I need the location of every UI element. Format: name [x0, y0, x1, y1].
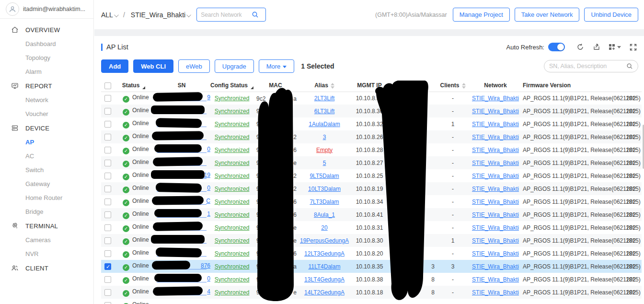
sn-link[interactable]: 0	[155, 184, 208, 192]
alias-link[interactable]: 20	[321, 224, 327, 231]
config-status-link[interactable]: Synchronized	[215, 186, 250, 192]
alias-link[interactable]: 9LT5Dalam	[310, 173, 339, 179]
sort-icon[interactable]	[462, 83, 466, 89]
sn-link[interactable]: 9	[155, 94, 208, 101]
row-checkbox[interactable]	[104, 95, 111, 102]
sidebar-item-alarm[interactable]: Alarm	[0, 65, 93, 79]
sidebar-section-device[interactable]: DEVICE	[0, 121, 93, 135]
table-row[interactable]: ✓Online 19 Synchronized 92 9LT5Dalam 10.…	[101, 169, 642, 182]
filter-icon[interactable]	[142, 86, 145, 89]
alias-link[interactable]: Empty	[316, 147, 333, 153]
auto-refresh-toggle[interactable]	[548, 43, 565, 51]
config-status-link[interactable]: Synchronized	[215, 134, 250, 140]
network-link[interactable]: STIE_Wira_Bhakti	[472, 160, 519, 166]
network-link[interactable]: STIE_Wira_Bhakti	[472, 147, 519, 153]
web-cli-button[interactable]: Web CLI	[133, 59, 173, 73]
network-search-input[interactable]	[201, 12, 249, 18]
sn-link[interactable]: 19	[155, 171, 208, 179]
manage-project-button[interactable]: Manage Project	[453, 8, 510, 22]
sidebar-item-gateway[interactable]: Gateway	[0, 177, 93, 191]
network-link[interactable]: STIE_Wira_Bhakti	[472, 237, 519, 244]
network-link[interactable]: STIE_Wira_Bhakti	[472, 211, 519, 218]
config-status-link[interactable]: Synchronized	[215, 289, 250, 296]
row-checkbox[interactable]	[104, 276, 111, 283]
alias-link[interactable]: 5	[323, 160, 326, 166]
network-link[interactable]: STIE_Wira_Bhakti	[472, 186, 519, 192]
table-row[interactable]: ✓Online	[101, 299, 642, 304]
network-link[interactable]: STIE_Wira_Bhakti	[472, 250, 519, 257]
alias-link[interactable]: 10LT3Dalam	[308, 186, 341, 192]
user-account[interactable]: itadmin@wirabhaktim...	[0, 0, 93, 19]
search-icon[interactable]	[626, 63, 633, 70]
fullscreen-icon[interactable]	[629, 43, 637, 51]
row-checkbox[interactable]	[104, 211, 111, 218]
network-link[interactable]: STIE_Wira_Bhakti	[472, 224, 519, 231]
sn-link[interactable]: 876	[155, 262, 208, 269]
network-link[interactable]: STIE_Wira_Bhakti	[472, 289, 519, 296]
sidebar-section-overview[interactable]: OVERVIEW	[0, 23, 93, 37]
config-status-link[interactable]: Synchronized	[215, 95, 250, 102]
sidebar-item-voucher[interactable]: Voucher	[0, 107, 93, 121]
sn-link[interactable]	[155, 132, 208, 140]
alias-link[interactable]: 11LT4Dalam	[309, 263, 341, 270]
network-link[interactable]: STIE_Wira_Bhakti	[472, 108, 519, 115]
more-button[interactable]: More	[259, 59, 295, 73]
table-row[interactable]: ✓Online Synchronized 96 12LT3GedungA 10.…	[101, 247, 642, 260]
unbind-device-button[interactable]: Unbind Device	[584, 8, 638, 22]
sidebar-section-terminal[interactable]: TERMINAL	[0, 219, 93, 233]
sidebar-item-ap[interactable]: AP	[0, 135, 93, 149]
sn-link[interactable]: 0	[155, 145, 208, 153]
alias-link[interactable]: 3	[323, 134, 326, 140]
network-dropdown[interactable]: STIE_Wira_Bhakti	[131, 11, 190, 19]
search-icon[interactable]	[252, 11, 259, 18]
sn-link[interactable]	[155, 106, 208, 114]
sidebar-item-cameras[interactable]: Cameras	[0, 233, 93, 247]
config-status-link[interactable]: Synchronized	[215, 224, 250, 231]
scope-dropdown[interactable]: ALL	[101, 11, 117, 19]
alias-link[interactable]: 19PerpusGedungA	[300, 237, 349, 244]
sn-link[interactable]	[155, 249, 208, 257]
config-status-link[interactable]: Synchronized	[215, 121, 250, 128]
config-status-link[interactable]: Synchronized	[215, 276, 250, 283]
upgrade-button[interactable]: Upgrade	[215, 59, 254, 73]
sidebar-section-client[interactable]: CLIENT	[0, 261, 93, 275]
sn-link[interactable]: 1	[155, 210, 208, 218]
sidebar-item-home-router[interactable]: Home Router	[0, 191, 93, 205]
config-status-link[interactable]: Synchronized	[215, 250, 250, 257]
eweb-button[interactable]: eWeb	[178, 59, 210, 73]
row-checkbox[interactable]	[104, 199, 111, 205]
row-checkbox[interactable]	[104, 237, 111, 244]
sidebar-item-nvr[interactable]: NVR	[0, 247, 93, 261]
row-checkbox[interactable]	[104, 250, 111, 257]
table-row[interactable]: ✓Online Synchronized 9e 5 10.10.8.27 - S…	[101, 156, 642, 169]
refresh-icon[interactable]	[576, 43, 584, 51]
row-checkbox[interactable]	[104, 173, 111, 179]
header-status[interactable]: Status	[115, 80, 153, 92]
alias-link[interactable]: 12LT3GedungA	[304, 250, 345, 257]
sn-link[interactable]: C	[155, 197, 208, 205]
alias-link[interactable]: 2LT3Lift	[314, 95, 334, 102]
config-status-link[interactable]: Synchronized	[215, 147, 250, 153]
table-row[interactable]: ✓Online 1 Synchronized 96 8Aula_1 10.10.…	[101, 208, 642, 221]
config-status-link[interactable]: Synchronized	[215, 173, 250, 179]
select-all-checkbox[interactable]	[104, 82, 111, 89]
table-row[interactable]: ✓Online C Synchronized 96 7LT3Dalam 10.1…	[101, 195, 642, 208]
config-status-link[interactable]: Synchronized	[215, 160, 250, 166]
row-checkbox[interactable]	[104, 134, 111, 140]
sn-link[interactable]	[155, 236, 208, 244]
table-row[interactable]: ✓Online Synchronized 9 6LT3Lift 10.10.8.…	[101, 105, 642, 117]
sn-link[interactable]: 0	[155, 275, 208, 282]
row-checkbox[interactable]	[104, 147, 111, 153]
table-row[interactable]: ✓Online 0 Synchronized 96 Empty 10.10.8.…	[101, 143, 642, 156]
table-row[interactable]: ✓Online Synchronized 92 3 10.10.8.26 - S…	[101, 130, 642, 143]
table-search-input[interactable]	[549, 63, 626, 70]
sn-link[interactable]	[155, 119, 208, 127]
row-checkbox[interactable]	[104, 108, 111, 115]
table-row[interactable]: ✓Online 0 Synchronized 9 13LT4GedungA 10…	[101, 273, 642, 286]
header-clients[interactable]: Clients	[437, 80, 468, 92]
alias-link[interactable]: 8Aula_1	[314, 211, 335, 218]
sidebar-item-topology[interactable]: Topology	[0, 51, 93, 65]
row-checkbox[interactable]	[104, 224, 111, 231]
network-link[interactable]: STIE_Wira_Bhakti	[472, 173, 519, 179]
config-status-link[interactable]: Synchronized	[215, 199, 250, 205]
